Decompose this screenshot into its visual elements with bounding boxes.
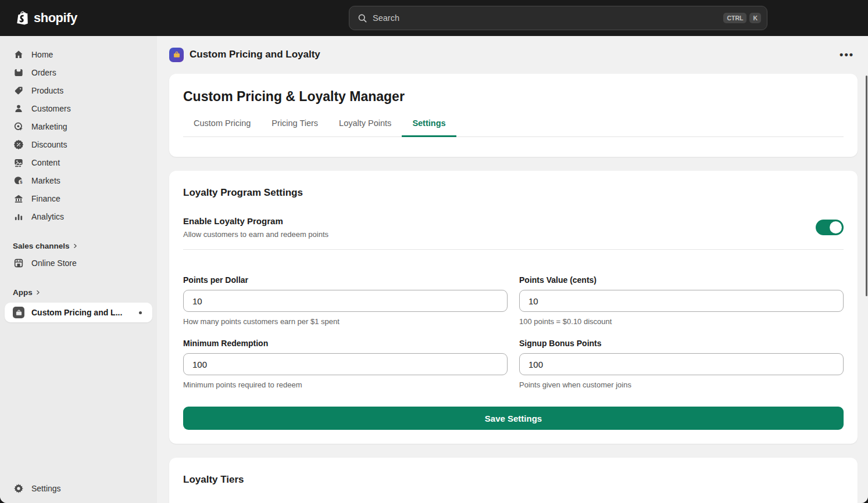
enable-loyalty-description: Allow customers to earn and redeem point… [183, 230, 328, 239]
field-helper: How many points customers earn per $1 sp… [183, 317, 508, 326]
points-value-input[interactable] [519, 290, 844, 312]
toggle-knob [830, 221, 842, 233]
sidebar-item-label: Customers [31, 104, 71, 113]
sidebar-item-label: Settings [31, 484, 61, 493]
admin-frame: Home Orders Products Customers Marketing… [0, 36, 868, 503]
field-label: Points per Dollar [183, 275, 508, 285]
top-bar: shopify CTRL K [0, 0, 868, 36]
sidebar-item-analytics[interactable]: Analytics [5, 207, 152, 225]
sidebar-item-settings[interactable]: Settings [5, 479, 152, 497]
sidebar-item-custom-pricing-app[interactable]: Custom Pricing and L... [5, 303, 152, 322]
signup-bonus-input[interactable] [519, 353, 844, 375]
tab-pricing-tiers[interactable]: Pricing Tiers [261, 118, 328, 137]
sidebar-item-marketing[interactable]: Marketing [5, 117, 152, 135]
sidebar-item-finance[interactable]: Finance [5, 189, 152, 207]
sidebar-item-content[interactable]: Content [5, 153, 152, 171]
sidebar-item-home[interactable]: Home [5, 45, 152, 63]
sidebar-nav: Home Orders Products Customers Marketing… [0, 36, 157, 503]
section-header-label: Apps [13, 288, 33, 297]
sidebar-item-label: Products [31, 86, 63, 95]
sidebar-item-markets[interactable]: $ Markets [5, 171, 152, 189]
field-points-per-dollar: Points per Dollar How many points custom… [183, 275, 508, 326]
chevron-right-icon [35, 289, 41, 296]
main-content: Custom Pricing and Loyalty ••• Custom Pr… [157, 36, 868, 503]
app-header-title: Custom Pricing and Loyalty [190, 49, 320, 60]
page-title: Custom Pricing & Loyalty Manager [183, 89, 844, 105]
shopify-logo[interactable]: shopify [16, 10, 77, 26]
app-header: Custom Pricing and Loyalty ••• [157, 36, 868, 73]
search-input[interactable] [373, 13, 720, 23]
enable-loyalty-text: Enable Loyalty Program Allow customers t… [183, 216, 328, 239]
sidebar-item-label: Finance [31, 194, 60, 203]
sidebar-item-label: Content [31, 158, 60, 167]
field-points-value: Points Value (cents) 100 points = $0.10 … [519, 275, 844, 326]
sidebar-item-label: Home [31, 50, 53, 59]
field-label: Minimum Redemption [183, 339, 508, 348]
sidebar-item-label: Marketing [31, 122, 67, 131]
analytics-icon [13, 211, 24, 222]
sidebar-spacer [5, 322, 152, 479]
shortcut-k-key: K [749, 13, 761, 24]
home-icon [13, 49, 24, 60]
sidebar-item-label: Orders [31, 68, 56, 77]
field-minimum-redemption: Minimum Redemption Minimum points requir… [183, 339, 508, 389]
shopify-wordmark: shopify [34, 10, 77, 26]
section-header-label: Sales channels [13, 242, 70, 250]
enable-loyalty-label: Enable Loyalty Program [183, 216, 328, 226]
discounts-icon [13, 139, 24, 150]
global-search[interactable]: CTRL K [349, 6, 767, 30]
tab-settings[interactable]: Settings [402, 118, 456, 137]
sidebar-item-label: Analytics [31, 212, 64, 221]
markets-icon: $ [13, 175, 24, 186]
points-per-dollar-input[interactable] [183, 290, 508, 312]
field-label: Signup Bonus Points [519, 339, 844, 348]
field-signup-bonus: Signup Bonus Points Points given when cu… [519, 339, 844, 389]
tab-loyalty-points[interactable]: Loyalty Points [328, 118, 402, 137]
field-helper: 100 points = $0.10 discount [519, 317, 844, 326]
notification-dot [139, 311, 142, 314]
loyalty-settings-card: Loyalty Program Settings Enable Loyalty … [169, 171, 858, 444]
marketing-icon [13, 121, 24, 132]
search-icon [358, 13, 367, 23]
field-label: Points Value (cents) [519, 275, 844, 285]
field-helper: Points given when customer joins [519, 380, 844, 389]
shopify-bag-icon [16, 10, 30, 26]
sidebar-item-customers[interactable]: Customers [5, 99, 152, 117]
more-options-button[interactable]: ••• [836, 47, 858, 62]
orders-icon [13, 67, 24, 78]
svg-text:$: $ [20, 179, 23, 185]
products-icon [13, 85, 24, 96]
settings-card-title: Loyalty Program Settings [183, 187, 844, 199]
loyalty-tiers-card: Loyalty Tiers [169, 458, 858, 503]
sidebar-item-products[interactable]: Products [5, 81, 152, 99]
shortcut-ctrl-key: CTRL [723, 13, 746, 24]
tiers-card-title: Loyalty Tiers [183, 474, 844, 486]
gear-icon [13, 483, 24, 494]
tab-bar: Custom Pricing Pricing Tiers Loyalty Poi… [183, 118, 844, 137]
manager-card: Custom Pricing & Loyalty Manager Custom … [169, 74, 858, 157]
minimum-redemption-input[interactable] [183, 353, 508, 375]
sidebar-section-sales-channels[interactable]: Sales channels [13, 242, 152, 250]
sidebar-item-label: Markets [31, 176, 60, 185]
content-icon [13, 157, 24, 168]
customers-icon [13, 103, 24, 114]
app-logo-icon [169, 48, 184, 62]
chevron-right-icon [72, 243, 78, 249]
sidebar-section-apps[interactable]: Apps [13, 288, 152, 297]
sidebar-item-label: Online Store [31, 258, 77, 268]
enable-loyalty-row: Enable Loyalty Program Allow customers t… [183, 216, 844, 250]
enable-loyalty-toggle[interactable] [816, 220, 844, 235]
sidebar-item-label: Custom Pricing and L... [31, 308, 139, 317]
sidebar-item-orders[interactable]: Orders [5, 63, 152, 81]
tab-custom-pricing[interactable]: Custom Pricing [183, 118, 261, 137]
vertical-scrollbar[interactable] [866, 76, 867, 296]
settings-fields-grid: Points per Dollar How many points custom… [183, 275, 844, 389]
field-helper: Minimum points required to redeem [183, 380, 508, 389]
finance-icon [13, 193, 24, 204]
page-scroll-area: Custom Pricing & Loyalty Manager Custom … [157, 73, 868, 503]
sidebar-item-discounts[interactable]: Discounts [5, 135, 152, 153]
sidebar-item-label: Discounts [31, 140, 67, 149]
app-briefcase-icon [13, 307, 24, 318]
sidebar-item-online-store[interactable]: Online Store [5, 254, 152, 272]
save-settings-button[interactable]: Save Settings [183, 407, 844, 430]
